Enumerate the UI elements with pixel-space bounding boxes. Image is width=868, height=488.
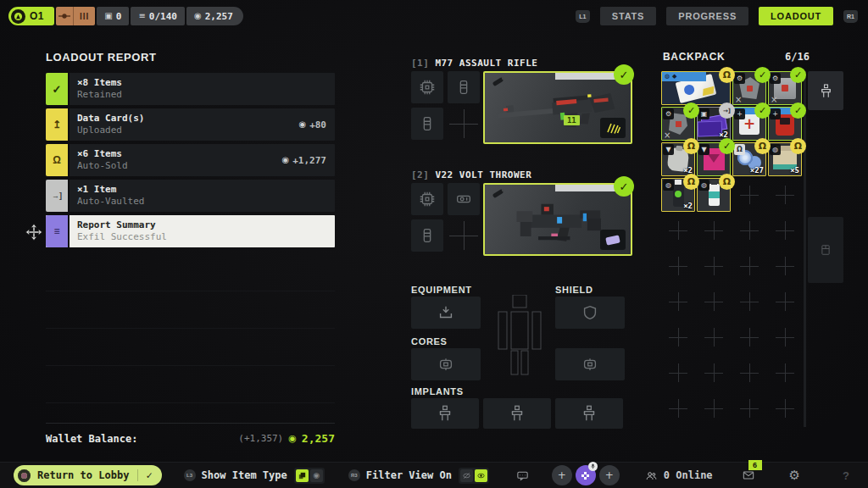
- counter-capacity[interactable]: ≡ 0/140: [131, 7, 185, 25]
- tab-stats[interactable]: STATS: [600, 7, 656, 25]
- backpack-empty-cell[interactable]: [661, 285, 695, 319]
- player-tag-pill[interactable]: O1: [8, 7, 54, 25]
- implant-slot-1[interactable]: [411, 398, 479, 429]
- implant-slot-3[interactable]: [555, 398, 623, 429]
- eye-icon[interactable]: [475, 469, 487, 482]
- chat-icon[interactable]: [515, 469, 530, 483]
- backpack-item-supply-box[interactable]: ◍Ω×5: [768, 142, 802, 176]
- backpack-item-bottle[interactable]: ◍Ω×2: [661, 178, 695, 212]
- backpack-empty-cell[interactable]: [697, 356, 731, 390]
- backpack-empty-cell[interactable]: [768, 356, 802, 390]
- backpack-scrollbar[interactable]: [804, 71, 806, 427]
- backpack-empty-cell[interactable]: [732, 249, 766, 283]
- backpack-empty-cell[interactable]: [732, 391, 766, 425]
- report-row-uploaded[interactable]: ↥ Data Card(s) Uploaded ◉+80: [46, 108, 335, 141]
- backpack-empty-cell[interactable]: [768, 249, 802, 283]
- gear-icon: ⚙: [770, 73, 781, 84]
- backpack-empty-cell[interactable]: [732, 356, 766, 390]
- omega-light-icon: Ω: [734, 144, 745, 155]
- implant-person-icon: [580, 404, 598, 423]
- mod-slot-chip-icon[interactable]: [411, 183, 443, 215]
- backpack-item-red-medical-device[interactable]: +✓: [768, 107, 802, 141]
- report-row-retained[interactable]: ✓ ×8 Items Retained: [46, 73, 335, 105]
- report-row-value: ◉+1,277: [282, 144, 335, 176]
- counter-value: 0: [116, 11, 122, 22]
- backpack-empty-cell[interactable]: [732, 320, 766, 354]
- filter-view-toggle[interactable]: [459, 468, 489, 484]
- shoulder-left-hint: L1: [576, 10, 590, 23]
- layers-icon[interactable]: [296, 469, 309, 482]
- mod-slot-mag-icon[interactable]: [448, 71, 480, 103]
- mod-slot-chip-icon[interactable]: [411, 71, 443, 103]
- backpack-empty-cell[interactable]: [697, 249, 731, 283]
- invite-right-button[interactable]: +: [599, 465, 620, 485]
- core-slot-left[interactable]: [411, 348, 481, 380]
- return-to-lobby-button[interactable]: Return to Lobby ✓: [14, 465, 162, 485]
- corner-mark: ×: [735, 95, 742, 104]
- backpack-item-data-card-pack[interactable]: ◍◆Ω: [661, 71, 731, 105]
- mod-slot-mag-icon[interactable]: [411, 219, 443, 252]
- backpack-empty-cell[interactable]: [661, 214, 695, 247]
- backpack-empty-cell[interactable]: [661, 249, 695, 283]
- implant-slot-2[interactable]: [483, 398, 551, 429]
- backpack-empty-cell[interactable]: [732, 178, 766, 212]
- backpack-item-data-cards[interactable]: ▣→]×2: [697, 107, 731, 141]
- backpack-empty-cell[interactable]: [732, 285, 766, 319]
- equipment-slot[interactable]: [411, 297, 481, 329]
- backpack-empty-cell[interactable]: [768, 178, 802, 212]
- coin-toggle-icon[interactable]: ◉: [310, 469, 323, 482]
- backpack-item-med-station[interactable]: +✓: [732, 107, 766, 141]
- settings-gear-icon[interactable]: ⚙: [789, 469, 800, 482]
- backpack-empty-cell[interactable]: [697, 285, 731, 319]
- implants-label: IMPLANTS: [411, 386, 464, 396]
- backpack-empty-cell[interactable]: [732, 214, 766, 247]
- weapon-tag: 11: [564, 115, 580, 125]
- vault-icon: →]: [46, 180, 70, 212]
- backpack-empty-cell[interactable]: [661, 320, 695, 354]
- sold-icon: Ω: [46, 144, 70, 176]
- counter-value: 0/140: [149, 11, 177, 22]
- player-avatar[interactable]: [576, 465, 596, 485]
- backpack-empty-cell[interactable]: [768, 391, 802, 425]
- backpack-empty-cell[interactable]: [768, 320, 802, 354]
- backpack-empty-cell[interactable]: [697, 214, 731, 247]
- backpack-item-weapon-part[interactable]: ⚙✓×: [661, 107, 695, 141]
- invite-left-button[interactable]: +: [552, 465, 572, 485]
- report-row-auto-sold[interactable]: Ω ×6 Items Auto-Sold ◉+1,277: [46, 144, 335, 176]
- core-slot-right[interactable]: [555, 348, 625, 380]
- tab-progress[interactable]: PROGRESS: [666, 7, 748, 25]
- weapon-2-card[interactable]: ✓: [483, 183, 632, 256]
- backpack-item-weapon-part-box[interactable]: ⚙✓×: [768, 71, 802, 105]
- backpack-empty-cell[interactable]: [661, 356, 695, 390]
- mod-slot-sight-icon[interactable]: [448, 183, 480, 215]
- backpack-item-disc-stack[interactable]: ΩΩ×27: [732, 142, 766, 176]
- backpack-item-weapon-part[interactable]: ⚙✓×: [732, 71, 766, 105]
- tier-segment[interactable]: III: [56, 7, 95, 25]
- backpack-item-spray-can[interactable]: ◍Ω: [697, 178, 731, 212]
- mod-slot-mag-icon[interactable]: [411, 108, 443, 140]
- tab-container-inventory[interactable]: [808, 217, 843, 283]
- shield-slot[interactable]: [555, 297, 625, 329]
- backpack-empty-cell[interactable]: [768, 285, 802, 319]
- backpack-item-pink-bag[interactable]: ▼✓: [697, 142, 731, 176]
- backpack-empty-cell[interactable]: [661, 391, 695, 425]
- item-type-toggle[interactable]: ◉: [294, 468, 325, 484]
- status-sold-icon: Ω: [683, 138, 699, 154]
- mod-slot-empty[interactable]: [448, 219, 480, 252]
- backpack-empty-cell[interactable]: [697, 320, 731, 354]
- help-icon[interactable]: ?: [843, 469, 849, 482]
- backpack-empty-cell[interactable]: [768, 214, 802, 247]
- weapon-1-card[interactable]: 11 ✓: [483, 71, 632, 144]
- eye-off-icon[interactable]: [460, 469, 473, 482]
- counter-slots[interactable]: ▣ 0: [97, 7, 129, 25]
- backpack-empty-cell[interactable]: [697, 391, 731, 425]
- tab-loadout[interactable]: LOADOUT: [759, 7, 833, 25]
- mail-button[interactable]: 6: [742, 469, 755, 482]
- mod-slot-empty[interactable]: [448, 108, 480, 140]
- tab-character-inventory[interactable]: [808, 71, 843, 110]
- report-row-exfil-successful[interactable]: ≡ Report Summary Exfil Successful: [46, 215, 335, 247]
- wallet-delta: (+1,357): [238, 433, 283, 444]
- counter-currency[interactable]: ◉ 2,257: [186, 7, 243, 25]
- report-row-auto-vaulted[interactable]: →] ×1 Item Auto-Vaulted: [46, 180, 335, 212]
- backpack-item-loot-bag[interactable]: ▼Ω×2: [661, 142, 695, 176]
